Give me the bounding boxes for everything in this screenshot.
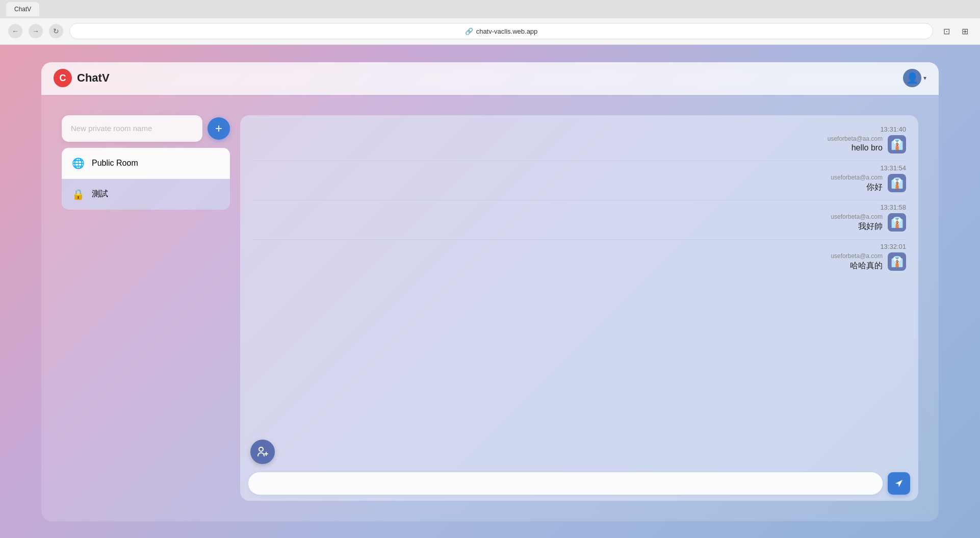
- send-button[interactable]: [888, 472, 910, 495]
- message-avatar: 👔: [888, 213, 906, 232]
- message-time: 13:31:54: [880, 164, 906, 172]
- user-avatar[interactable]: 👤: [903, 69, 921, 87]
- message-avatar: 👔: [888, 135, 906, 153]
- message-time: 13:32:01: [880, 243, 906, 250]
- message-avatar: 👔: [888, 174, 906, 192]
- bookmark-button[interactable]: ⊡: [939, 24, 953, 38]
- extensions-button[interactable]: ⊞: [958, 24, 972, 38]
- dropdown-arrow-icon[interactable]: ▾: [923, 74, 926, 82]
- room-name-input[interactable]: [62, 115, 202, 142]
- app-area: C ChatV 👤 ▾ + 🌐 Public Room: [0, 45, 980, 538]
- message-separator: [252, 239, 906, 240]
- message-separator: [252, 200, 906, 200]
- message-row: useforbeta@a.com你好👔: [252, 174, 906, 193]
- browser-tab[interactable]: ChatV: [6, 2, 39, 16]
- message-row: useforbeta@aa.comhello bro👔: [252, 135, 906, 153]
- chat-input[interactable]: [248, 472, 883, 495]
- room-item-public[interactable]: 🌐 Public Room: [62, 148, 230, 179]
- app-body: + 🌐 Public Room 🔒 測試: [41, 95, 939, 521]
- svg-point-0: [259, 447, 263, 451]
- app-container: C ChatV 👤 ▾ + 🌐 Public Room: [41, 62, 939, 521]
- message-text: 哈哈真的: [850, 261, 883, 271]
- url-text: chatv-vaclis.web.app: [476, 28, 538, 35]
- forward-button[interactable]: →: [29, 24, 43, 38]
- add-members-button[interactable]: [250, 440, 275, 464]
- send-icon: [894, 478, 904, 489]
- message-text: 我好帥: [858, 221, 883, 232]
- add-members-icon: [256, 446, 269, 458]
- app-header: C ChatV 👤 ▾: [41, 62, 939, 95]
- message-content: useforbeta@a.com你好: [831, 174, 883, 193]
- browser-controls: ← → ↻ 🔗 chatv-vaclis.web.app ⊡ ⊞: [0, 18, 980, 44]
- reload-button[interactable]: ↻: [49, 24, 63, 38]
- add-room-button[interactable]: +: [208, 117, 230, 140]
- message-separator: [252, 161, 906, 161]
- message-content: useforbeta@a.com我好帥: [831, 213, 883, 232]
- message-group: 13:31:58useforbeta@a.com我好帥👔: [252, 203, 906, 232]
- globe-icon: 🌐: [72, 157, 85, 169]
- lock-icon: 🔒: [72, 188, 85, 200]
- logo-icon: C: [54, 69, 72, 87]
- message-text: hello bro: [852, 143, 883, 152]
- message-group: 13:31:54useforbeta@a.com你好👔: [252, 164, 906, 193]
- chat-panel: 13:31:40useforbeta@aa.comhello bro👔13:31…: [240, 115, 918, 501]
- message-sender: useforbeta@a.com: [831, 252, 883, 260]
- app-logo: C ChatV: [54, 69, 110, 87]
- room-name-private: 測試: [92, 189, 108, 199]
- room-item-private[interactable]: 🔒 測試: [62, 179, 230, 210]
- message-group: 13:32:01useforbeta@a.com哈哈真的👔: [252, 243, 906, 271]
- browser-chrome: ChatV ← → ↻ 🔗 chatv-vaclis.web.app ⊡ ⊞: [0, 0, 980, 45]
- message-text: 你好: [866, 182, 883, 193]
- message-time: 13:31:40: [880, 125, 906, 133]
- message-avatar: 👔: [888, 252, 906, 271]
- url-icon: 🔗: [465, 28, 473, 35]
- rooms-list: 🌐 Public Room 🔒 測試: [62, 148, 230, 210]
- message-time: 13:31:58: [880, 203, 906, 211]
- messages-area: 13:31:40useforbeta@aa.comhello bro👔13:31…: [240, 115, 918, 466]
- browser-actions: ⊡ ⊞: [939, 24, 972, 38]
- app-title: ChatV: [77, 71, 110, 85]
- message-sender: useforbeta@a.com: [831, 213, 883, 220]
- room-name-public: Public Room: [92, 159, 138, 168]
- tab-title: ChatV: [14, 6, 31, 13]
- left-panel: + 🌐 Public Room 🔒 測試: [62, 115, 230, 501]
- room-input-row: +: [62, 115, 230, 142]
- message-row: useforbeta@a.com我好帥👔: [252, 213, 906, 232]
- back-button[interactable]: ←: [8, 24, 22, 38]
- message-group: 13:31:40useforbeta@aa.comhello bro👔: [252, 125, 906, 153]
- browser-tabs-bar: ChatV: [0, 0, 980, 18]
- message-content: useforbeta@a.com哈哈真的: [831, 252, 883, 271]
- address-bar[interactable]: 🔗 chatv-vaclis.web.app: [69, 23, 933, 39]
- message-sender: useforbeta@a.com: [831, 174, 883, 181]
- message-content: useforbeta@aa.comhello bro: [828, 135, 883, 152]
- message-row: useforbeta@a.com哈哈真的👔: [252, 252, 906, 271]
- message-sender: useforbeta@aa.com: [828, 135, 883, 142]
- chat-input-row: [240, 466, 918, 501]
